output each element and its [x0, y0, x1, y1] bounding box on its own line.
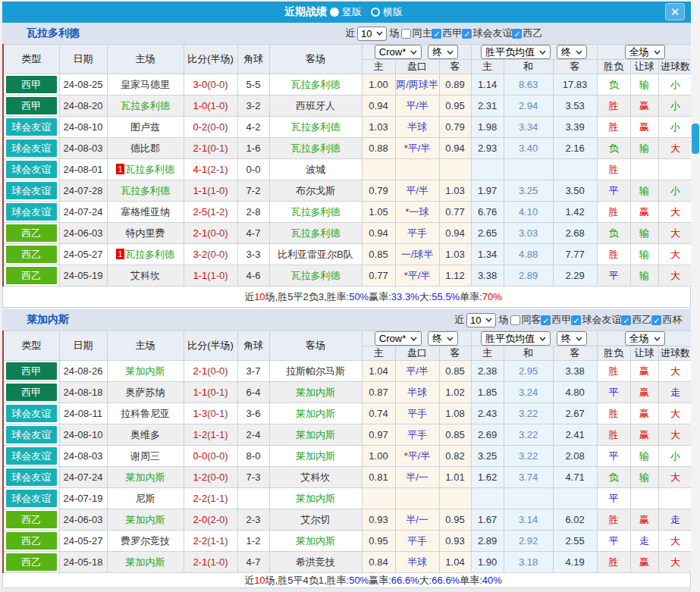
radio-vertical[interactable]	[330, 8, 339, 17]
summary-segment: 近	[244, 290, 254, 304]
odds-away-cell: 1.02	[439, 382, 471, 403]
filter-checkbox[interactable]: ✓西甲	[541, 313, 571, 327]
filter-checkbox[interactable]: ✓球会友谊	[571, 313, 621, 327]
result-cell: 胜	[597, 424, 630, 446]
type-cell: 西甲	[3, 74, 59, 96]
score-main: 2-1	[193, 365, 207, 377]
handicap-text: 平手	[407, 535, 427, 547]
team-name: 莱加内斯	[296, 493, 335, 504]
avg-draw-cell: 3.22	[504, 424, 553, 446]
scope-select[interactable]: 全场	[625, 45, 665, 59]
filter-checkbox[interactable]: ✓西甲	[432, 27, 462, 40]
odds-source-select[interactable]: Crow*	[375, 45, 422, 59]
checkbox-unchecked-icon[interactable]	[510, 315, 520, 325]
corners-cell: 4-7	[237, 552, 269, 573]
checkbox-checked-icon[interactable]: ✓	[512, 29, 522, 39]
checkbox-checked-icon[interactable]: ✓	[571, 315, 581, 325]
score-cell: 1-1(1-0)	[184, 265, 237, 287]
status-text: 赢	[639, 100, 649, 111]
handicap-text: 半球	[407, 556, 427, 568]
away-team-cell: 莱加内斯	[269, 382, 362, 403]
result-cell: 胜	[597, 552, 630, 573]
result-cell: 胜	[597, 244, 630, 265]
checkbox-checked-icon[interactable]: ✓	[651, 315, 661, 325]
scrollbar[interactable]	[691, 0, 700, 592]
home-team-cell: 皇家马德里	[107, 74, 184, 96]
status-text: 负	[609, 227, 619, 239]
col-avg-draw: 和	[504, 60, 553, 74]
score-half: (0-0)	[207, 79, 228, 90]
result-cell: 平	[597, 531, 630, 552]
filter-checkbox[interactable]: ✓西杯	[651, 313, 682, 327]
status-text: 走	[639, 535, 649, 547]
away-team-cell: 布尔戈斯	[269, 180, 362, 202]
goals-cell: 大	[658, 244, 692, 265]
table-row: 球会友谊24-07-28瓦拉多利德1-1(1-0)7-2布尔戈斯0.79平/半1…	[3, 180, 692, 202]
handicap-result-cell	[630, 488, 658, 509]
corners-cell: 2-3	[237, 509, 269, 531]
avg-select[interactable]: 胜平负均值	[481, 331, 551, 346]
checkbox-checked-icon[interactable]: ✓	[432, 29, 441, 39]
scrollbar-thumb[interactable]	[692, 124, 699, 154]
handicap-text: 一球	[410, 206, 429, 218]
corners-cell: 3-3	[237, 244, 269, 265]
status-text: 平	[609, 535, 619, 547]
summary-segment: 近	[244, 574, 254, 587]
score-main: 1-0	[193, 100, 207, 111]
filter-checkbox[interactable]: ✓西乙	[621, 313, 651, 327]
avg-select[interactable]: 胜平负均值	[481, 45, 551, 59]
matches-count-select[interactable]: 10	[357, 27, 387, 41]
checkbox-checked-icon[interactable]: ✓	[541, 315, 551, 325]
odds-home-cell: 0.81	[362, 467, 395, 488]
filter-checkbox[interactable]: 同客	[510, 313, 541, 327]
handicap-cell: 半球	[395, 552, 439, 573]
odds-time-select[interactable]: 终	[428, 331, 458, 346]
away-team-cell: 西班牙人	[269, 96, 362, 117]
filter-checkbox[interactable]: 同主	[401, 27, 432, 40]
col-goals: 进球数	[658, 60, 692, 74]
matches-count-select[interactable]: 10	[466, 313, 496, 327]
checkbox-unchecked-icon[interactable]	[401, 29, 411, 39]
scope-select[interactable]: 全场	[625, 331, 665, 346]
summary-segment: 40%	[482, 575, 502, 586]
radio-horizontal-label[interactable]: 横版	[383, 5, 403, 19]
score-main: 2-2	[193, 535, 207, 547]
unit-label: 场	[498, 313, 508, 327]
odds-home-cell	[362, 488, 395, 509]
filter-checkbox[interactable]: ✓西乙	[512, 27, 542, 40]
status-text: 赢	[639, 408, 649, 419]
score-cell: 2-1(0-0)	[184, 361, 237, 382]
checkbox-checked-icon[interactable]: ✓	[621, 315, 631, 325]
handicap-result-cell: 赢	[630, 424, 658, 446]
corners-cell: 4-6	[237, 265, 269, 287]
handicap-cell: 平手	[395, 223, 439, 244]
home-team-cell: 奥萨苏纳	[107, 382, 184, 403]
avg-time-select[interactable]: 终	[557, 331, 587, 346]
status-text: 平	[609, 387, 619, 398]
score-cell: 1-2(0-0)	[184, 467, 237, 488]
team-name: 莱加内斯	[296, 450, 335, 462]
status-text: 大	[670, 249, 680, 260]
odds-time-select[interactable]: 终	[428, 45, 458, 59]
close-button[interactable]: ✕	[665, 3, 685, 20]
avg-away-cell: 2.16	[553, 138, 597, 159]
radio-vertical-label[interactable]: 竖版	[342, 5, 362, 19]
avg-time-select[interactable]: 终	[557, 45, 587, 59]
status-text: 负	[609, 79, 619, 90]
score-half: (0-1)	[207, 408, 228, 419]
handicap-text: 半球	[407, 387, 427, 398]
radio-horizontal[interactable]	[371, 8, 380, 17]
chevron-down-icon	[485, 318, 492, 322]
league-badge: 球会友谊	[6, 447, 57, 465]
col-handicap: 盘口	[395, 60, 439, 74]
status-text: 小	[670, 121, 680, 133]
odds-source-select[interactable]: Crow*	[375, 331, 422, 346]
score-cell: 1-0(1-0)	[184, 96, 237, 117]
goals-cell: 小	[658, 74, 692, 96]
checkbox-checked-icon[interactable]: ✓	[462, 29, 472, 39]
avg-draw-cell: 3.34	[504, 117, 553, 138]
away-team-cell: 艾科坎	[269, 467, 362, 488]
filter-checkbox[interactable]: ✓球会友谊	[462, 27, 512, 40]
handicap-cell: 半/一	[395, 509, 439, 531]
filter-checkbox-label: 球会友谊	[582, 313, 621, 327]
